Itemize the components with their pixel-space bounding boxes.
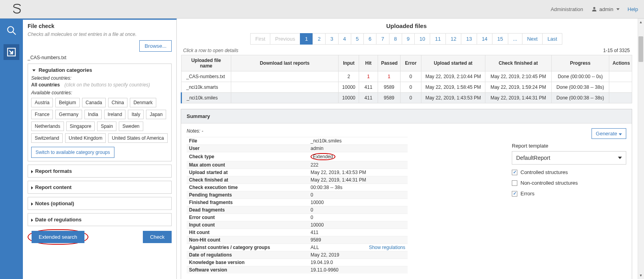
pager-item[interactable]: 15 bbox=[492, 33, 508, 45]
country-chip[interactable]: Denmark bbox=[130, 98, 156, 107]
table-col-header: Actions bbox=[609, 55, 632, 71]
report-content-acc[interactable]: Report content bbox=[28, 181, 172, 194]
pager-item[interactable]: Last bbox=[542, 33, 562, 45]
country-chip[interactable]: China bbox=[108, 98, 127, 107]
table-cell: Done (00:00:38 -- 38s) bbox=[551, 93, 609, 103]
table-row[interactable]: _nci10k.smarts1000041195890May 22, 2019,… bbox=[182, 82, 632, 93]
country-chip[interactable]: Italy bbox=[128, 110, 144, 119]
checkbox-icon bbox=[512, 170, 517, 175]
pager-item[interactable]: 12 bbox=[446, 33, 461, 45]
summary-value: 00:00:38 -- 38s bbox=[308, 184, 408, 191]
table-cell: May 22, 2019, 1:43:53 PM bbox=[421, 93, 485, 103]
search-icon bbox=[6, 25, 17, 36]
summary-value: admin bbox=[308, 145, 408, 152]
notes-acc[interactable]: Notes (optional) bbox=[28, 197, 172, 210]
pager-item[interactable]: 14 bbox=[477, 33, 492, 45]
errors-checkbox[interactable]: Errors bbox=[512, 191, 626, 197]
summary-title: Summary bbox=[181, 109, 632, 124]
help-link[interactable]: Help bbox=[627, 6, 638, 12]
rail-file-check[interactable] bbox=[4, 44, 19, 60]
regulation-categories-header[interactable]: Regulation categories bbox=[31, 67, 168, 73]
pager-item[interactable]: 9 bbox=[402, 33, 415, 45]
country-chip[interactable]: Austria bbox=[31, 98, 53, 107]
country-chip[interactable]: Singapore bbox=[66, 122, 95, 131]
summary-value: Extended bbox=[308, 152, 408, 161]
pager-item[interactable]: 1 bbox=[300, 33, 313, 45]
pager-item[interactable]: 5 bbox=[351, 33, 364, 45]
country-chip[interactable]: France bbox=[31, 110, 53, 119]
summary-key: User bbox=[187, 145, 308, 152]
pager-item[interactable]: 4 bbox=[338, 33, 351, 45]
table-cell bbox=[609, 93, 632, 103]
pager-item[interactable]: 13 bbox=[461, 33, 477, 45]
table-cell: 411 bbox=[359, 93, 378, 103]
check-button[interactable]: Check bbox=[143, 231, 172, 243]
country-list: AustriaBelgiumCanadaChinaDenmarkFranceGe… bbox=[31, 98, 168, 143]
report-formats-acc[interactable]: Report formats bbox=[28, 165, 172, 178]
extended-search-button[interactable]: Extended search bbox=[32, 231, 84, 243]
table-col-header: Upload started at bbox=[421, 55, 485, 71]
table-cell: 1 bbox=[378, 71, 401, 82]
table-cell: May 22, 2019, 1:58:45 PM bbox=[421, 82, 485, 93]
summary-notes-value: - bbox=[202, 128, 203, 134]
rail-search[interactable] bbox=[4, 22, 19, 38]
scrollbar-thumb[interactable] bbox=[638, 36, 643, 62]
top-bar: Administration admin Help bbox=[0, 0, 644, 19]
summary-key: Hit count bbox=[187, 229, 308, 236]
show-regulations-link[interactable]: Show regulations bbox=[369, 245, 405, 250]
country-chip[interactable]: United Kingdom bbox=[65, 133, 106, 143]
svg-point-0 bbox=[593, 7, 595, 9]
pager-item: First bbox=[250, 33, 270, 45]
report-template-label: Report template bbox=[512, 143, 626, 149]
administration-link[interactable]: Administration bbox=[550, 6, 583, 12]
summary-key: Knowledge base version bbox=[187, 259, 308, 266]
summary-row: Software version19.11.0-9960 bbox=[187, 266, 408, 274]
user-menu[interactable]: admin bbox=[591, 6, 620, 12]
countries-hint: (click on the buttons to specify countri… bbox=[64, 82, 150, 88]
table-cell bbox=[609, 71, 632, 82]
pager-item[interactable]: 10 bbox=[414, 33, 430, 45]
chevron-down-icon bbox=[616, 8, 620, 10]
pager-item[interactable]: 8 bbox=[389, 33, 402, 45]
table-row[interactable]: _CAS-numbers.txt2110May 22, 2019, 2:10:4… bbox=[182, 71, 632, 82]
pager-item[interactable]: 2 bbox=[313, 33, 326, 45]
summary-value: May 22, 2019, 1:43:53 PM bbox=[308, 169, 408, 176]
country-chip[interactable]: Belgium bbox=[55, 98, 79, 107]
country-chip[interactable]: Sweden bbox=[119, 122, 143, 131]
chevron-right-icon bbox=[31, 186, 33, 189]
non-controlled-structures-checkbox[interactable]: Non-controlled structures bbox=[512, 180, 626, 186]
table-cell: 0 bbox=[401, 71, 421, 82]
country-chip[interactable]: Japan bbox=[146, 110, 166, 119]
browse-button[interactable]: Browse... bbox=[139, 40, 172, 52]
pager-item[interactable]: 6 bbox=[363, 33, 376, 45]
chevron-down-icon bbox=[619, 133, 622, 135]
switch-category-groups-button[interactable]: Switch to available category groups bbox=[31, 147, 114, 158]
scroll-up-icon[interactable]: ▲ bbox=[638, 19, 643, 25]
date-of-regulations-acc[interactable]: Date of regulations bbox=[28, 213, 172, 226]
country-chip[interactable]: Canada bbox=[82, 98, 106, 107]
country-chip[interactable]: Netherlands bbox=[31, 122, 64, 131]
country-chip[interactable]: Ireland bbox=[104, 110, 126, 119]
pager-item[interactable]: ... bbox=[508, 33, 522, 45]
table-cell: _nci10k.smarts bbox=[182, 82, 231, 93]
country-chip[interactable]: Switzerland bbox=[31, 133, 63, 143]
pager-item[interactable]: 3 bbox=[325, 33, 338, 45]
table-cell: 10000 bbox=[339, 93, 359, 103]
controlled-structures-checkbox[interactable]: Controlled structures bbox=[512, 169, 626, 175]
country-chip[interactable]: Spain bbox=[97, 122, 116, 131]
scrollbar[interactable]: ▲ ▼ bbox=[638, 19, 644, 279]
scroll-down-icon[interactable]: ▼ bbox=[638, 273, 643, 278]
pager-item[interactable]: Next bbox=[522, 33, 543, 45]
table-row[interactable]: _nci10k.smiles1000041195890May 22, 2019,… bbox=[182, 93, 632, 103]
country-chip[interactable]: United States of America bbox=[108, 133, 167, 143]
country-chip[interactable]: Germany bbox=[55, 110, 82, 119]
pager-item[interactable]: 11 bbox=[430, 33, 446, 45]
generate-button[interactable]: Generate bbox=[592, 128, 626, 139]
country-chip[interactable]: India bbox=[84, 110, 102, 119]
pager-item[interactable]: 7 bbox=[376, 33, 389, 45]
report-template-select[interactable]: DefaultReport bbox=[512, 151, 626, 165]
svg-point-1 bbox=[7, 26, 13, 32]
regulation-categories-box: Regulation categories Selected countries… bbox=[28, 64, 172, 161]
user-icon bbox=[591, 6, 597, 12]
summary-key: Upload started at bbox=[187, 169, 308, 176]
